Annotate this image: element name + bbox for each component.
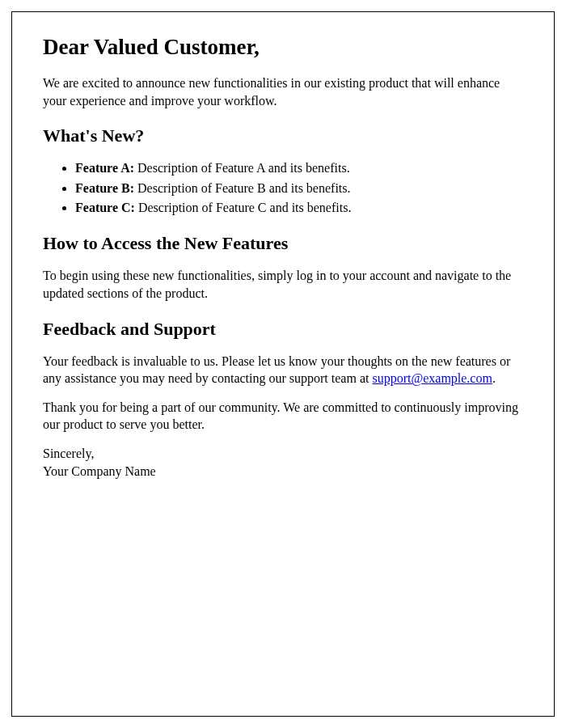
features-list: Feature A: Description of Feature A and … xyxy=(75,159,523,217)
company-name: Your Company Name xyxy=(43,463,523,480)
list-item: Feature C: Description of Feature C and … xyxy=(75,199,523,217)
list-item: Feature B: Description of Feature B and … xyxy=(75,180,523,197)
feedback-text-suffix: . xyxy=(492,371,496,385)
document-container: Dear Valued Customer, We are excited to … xyxy=(11,11,555,717)
feature-desc: Description of Feature B and its benefit… xyxy=(134,181,351,195)
support-email-link[interactable]: support@example.com xyxy=(372,371,492,385)
intro-paragraph: We are excited to announce new functiona… xyxy=(43,74,523,109)
signoff-text: Sincerely, xyxy=(43,445,523,463)
closing-block: Sincerely, Your Company Name xyxy=(43,445,523,480)
feature-desc: Description of Feature C and its benefit… xyxy=(135,201,352,214)
list-item: Feature A: Description of Feature A and … xyxy=(75,159,523,177)
feature-name: Feature B: xyxy=(75,181,134,195)
feature-desc: Description of Feature A and its benefit… xyxy=(134,161,350,175)
greeting-heading: Dear Valued Customer, xyxy=(43,35,523,60)
access-heading: How to Access the New Features xyxy=(43,233,523,254)
thanks-paragraph: Thank you for being a part of our commun… xyxy=(43,399,523,434)
access-paragraph: To begin using these new functionalities… xyxy=(43,267,523,302)
feedback-heading: Feedback and Support xyxy=(43,319,523,340)
feature-name: Feature A: xyxy=(75,161,134,175)
feedback-paragraph: Your feedback is invaluable to us. Pleas… xyxy=(43,353,523,387)
whats-new-heading: What's New? xyxy=(43,125,523,146)
feature-name: Feature C: xyxy=(75,201,135,214)
